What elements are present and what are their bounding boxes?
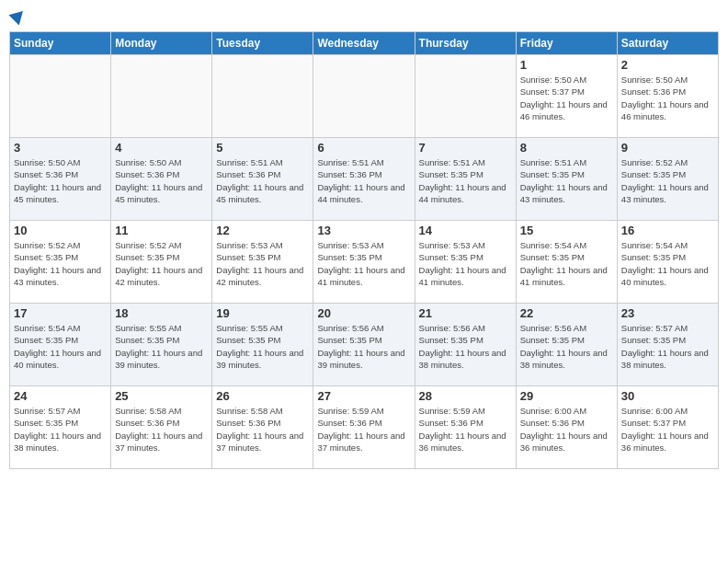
day-number: 4 [115,141,208,155]
day-number: 1 [520,58,613,72]
week-row-4: 17Sunrise: 5:54 AM Sunset: 5:35 PM Dayli… [10,304,719,386]
calendar-body: 1Sunrise: 5:50 AM Sunset: 5:37 PM Daylig… [10,55,719,469]
day-number: 2 [621,58,714,72]
day-detail: Sunrise: 5:57 AM Sunset: 5:35 PM Dayligh… [14,405,107,454]
day-cell: 22Sunrise: 5:56 AM Sunset: 5:35 PM Dayli… [516,304,617,386]
day-detail: Sunrise: 5:55 AM Sunset: 5:35 PM Dayligh… [115,322,208,371]
day-number: 21 [419,306,512,320]
day-number: 7 [419,141,512,155]
day-number: 9 [621,141,714,155]
day-cell [415,55,516,138]
day-number: 13 [317,224,410,237]
day-number: 10 [14,224,107,237]
day-detail: Sunrise: 5:59 AM Sunset: 5:36 PM Dayligh… [317,405,410,454]
day-cell: 26Sunrise: 5:58 AM Sunset: 5:36 PM Dayli… [212,386,313,469]
day-cell: 15Sunrise: 5:54 AM Sunset: 5:35 PM Dayli… [516,221,617,304]
day-cell [10,55,111,138]
day-number: 11 [115,224,208,237]
day-cell: 1Sunrise: 5:50 AM Sunset: 5:37 PM Daylig… [516,55,617,138]
col-header-monday: Monday [111,32,212,55]
col-header-saturday: Saturday [617,32,718,55]
day-detail: Sunrise: 6:00 AM Sunset: 5:37 PM Dayligh… [621,405,714,454]
day-number: 18 [115,306,208,320]
day-detail: Sunrise: 5:50 AM Sunset: 5:36 PM Dayligh… [115,156,208,205]
day-cell: 14Sunrise: 5:53 AM Sunset: 5:35 PM Dayli… [415,221,516,304]
header-row: SundayMondayTuesdayWednesdayThursdayFrid… [10,32,719,55]
day-cell: 18Sunrise: 5:55 AM Sunset: 5:35 PM Dayli… [111,304,212,386]
logo [9,13,26,26]
week-row-3: 10Sunrise: 5:52 AM Sunset: 5:35 PM Dayli… [10,221,719,304]
day-cell: 10Sunrise: 5:52 AM Sunset: 5:35 PM Dayli… [10,221,111,304]
day-detail: Sunrise: 5:54 AM Sunset: 5:35 PM Dayligh… [520,239,613,288]
day-number: 24 [14,389,107,403]
col-header-friday: Friday [516,32,617,55]
day-detail: Sunrise: 5:56 AM Sunset: 5:35 PM Dayligh… [520,322,613,371]
day-cell: 4Sunrise: 5:50 AM Sunset: 5:36 PM Daylig… [111,138,212,221]
logo-triangle-icon [8,6,28,25]
day-detail: Sunrise: 5:52 AM Sunset: 5:35 PM Dayligh… [14,239,107,288]
col-header-thursday: Thursday [415,32,516,55]
week-row-2: 3Sunrise: 5:50 AM Sunset: 5:36 PM Daylig… [10,138,719,221]
day-cell: 27Sunrise: 5:59 AM Sunset: 5:36 PM Dayli… [313,386,415,469]
day-detail: Sunrise: 5:51 AM Sunset: 5:35 PM Dayligh… [419,156,512,205]
day-number: 25 [115,389,208,403]
day-number: 26 [216,389,309,403]
day-number: 23 [621,306,714,320]
page-header [9,9,719,26]
day-detail: Sunrise: 5:55 AM Sunset: 5:35 PM Dayligh… [216,322,309,371]
day-detail: Sunrise: 5:58 AM Sunset: 5:36 PM Dayligh… [216,405,309,454]
day-cell: 28Sunrise: 5:59 AM Sunset: 5:36 PM Dayli… [415,386,516,469]
day-detail: Sunrise: 6:00 AM Sunset: 5:36 PM Dayligh… [520,405,613,454]
day-detail: Sunrise: 5:50 AM Sunset: 5:36 PM Dayligh… [14,156,107,205]
day-detail: Sunrise: 5:54 AM Sunset: 5:35 PM Dayligh… [14,322,107,371]
day-cell: 21Sunrise: 5:56 AM Sunset: 5:35 PM Dayli… [415,304,516,386]
day-detail: Sunrise: 5:52 AM Sunset: 5:35 PM Dayligh… [115,239,208,288]
day-cell [111,55,212,138]
day-detail: Sunrise: 5:51 AM Sunset: 5:36 PM Dayligh… [216,156,309,205]
day-detail: Sunrise: 5:58 AM Sunset: 5:36 PM Dayligh… [115,405,208,454]
day-detail: Sunrise: 5:50 AM Sunset: 5:37 PM Dayligh… [520,74,613,122]
day-number: 19 [216,306,309,320]
day-cell: 8Sunrise: 5:51 AM Sunset: 5:35 PM Daylig… [516,138,617,221]
day-cell: 11Sunrise: 5:52 AM Sunset: 5:35 PM Dayli… [111,221,212,304]
day-cell: 17Sunrise: 5:54 AM Sunset: 5:35 PM Dayli… [10,304,111,386]
day-number: 30 [621,389,714,403]
day-cell: 25Sunrise: 5:58 AM Sunset: 5:36 PM Dayli… [111,386,212,469]
day-cell: 19Sunrise: 5:55 AM Sunset: 5:35 PM Dayli… [212,304,313,386]
day-cell: 13Sunrise: 5:53 AM Sunset: 5:35 PM Dayli… [313,221,415,304]
day-number: 14 [419,224,512,237]
day-cell: 12Sunrise: 5:53 AM Sunset: 5:35 PM Dayli… [212,221,313,304]
day-number: 8 [520,141,613,155]
day-number: 28 [419,389,512,403]
day-cell: 16Sunrise: 5:54 AM Sunset: 5:35 PM Dayli… [617,221,718,304]
day-detail: Sunrise: 5:54 AM Sunset: 5:35 PM Dayligh… [621,239,714,288]
week-row-1: 1Sunrise: 5:50 AM Sunset: 5:37 PM Daylig… [10,55,719,138]
day-cell [313,55,415,138]
day-cell: 23Sunrise: 5:57 AM Sunset: 5:35 PM Dayli… [617,304,718,386]
day-number: 5 [216,141,309,155]
day-detail: Sunrise: 5:56 AM Sunset: 5:35 PM Dayligh… [317,322,410,371]
week-row-5: 24Sunrise: 5:57 AM Sunset: 5:35 PM Dayli… [10,386,719,469]
day-number: 17 [14,306,107,320]
day-cell: 2Sunrise: 5:50 AM Sunset: 5:36 PM Daylig… [617,55,718,138]
day-detail: Sunrise: 5:53 AM Sunset: 5:35 PM Dayligh… [317,239,410,288]
day-number: 6 [317,141,410,155]
day-number: 27 [317,389,410,403]
day-detail: Sunrise: 5:56 AM Sunset: 5:35 PM Dayligh… [419,322,512,371]
day-number: 16 [621,224,714,237]
day-cell: 24Sunrise: 5:57 AM Sunset: 5:35 PM Dayli… [10,386,111,469]
day-cell: 3Sunrise: 5:50 AM Sunset: 5:36 PM Daylig… [10,138,111,221]
day-detail: Sunrise: 5:52 AM Sunset: 5:35 PM Dayligh… [621,156,714,205]
day-detail: Sunrise: 5:57 AM Sunset: 5:35 PM Dayligh… [621,322,714,371]
col-header-tuesday: Tuesday [212,32,313,55]
day-number: 29 [520,389,613,403]
day-cell: 29Sunrise: 6:00 AM Sunset: 5:36 PM Dayli… [516,386,617,469]
col-header-sunday: Sunday [10,32,111,55]
day-detail: Sunrise: 5:53 AM Sunset: 5:35 PM Dayligh… [419,239,512,288]
day-cell [212,55,313,138]
day-detail: Sunrise: 5:50 AM Sunset: 5:36 PM Dayligh… [621,74,714,122]
day-number: 15 [520,224,613,237]
day-cell: 9Sunrise: 5:52 AM Sunset: 5:35 PM Daylig… [617,138,718,221]
day-cell: 30Sunrise: 6:00 AM Sunset: 5:37 PM Dayli… [617,386,718,469]
day-number: 3 [14,141,107,155]
